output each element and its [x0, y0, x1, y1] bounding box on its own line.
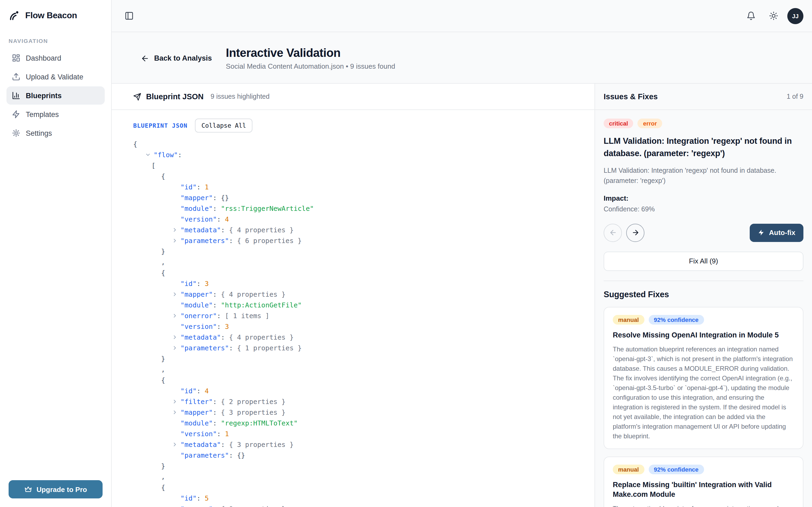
notifications-button[interactable] [742, 7, 759, 24]
json-line: "module": "http:ActionGetFile" [133, 300, 581, 311]
topbar: JJ [112, 0, 812, 32]
app-title: Flow Beacon [25, 11, 77, 20]
json-token: : [221, 226, 229, 234]
sidebar-toggle-button[interactable] [120, 7, 138, 24]
upgrade-label: Upgrade to Pro [37, 485, 87, 493]
json-token: { [161, 484, 165, 492]
blueprint-json-panel: Blueprint JSON 9 issues highlighted BLUE… [112, 84, 595, 507]
chevron-right-icon[interactable] [172, 313, 178, 319]
json-token: : [197, 494, 205, 502]
page-subtitle: Social Media Content Automation.json • 9… [226, 62, 395, 70]
issue-navigation: Auto-fix [604, 224, 803, 242]
json-token: "metadata" [181, 441, 221, 449]
json-line: , [133, 364, 581, 375]
json-token: : [178, 151, 182, 159]
chevron-right-icon[interactable] [172, 292, 178, 297]
json-token: "id" [181, 280, 197, 288]
json-token: { 8 properties } [221, 505, 286, 507]
sidebar-item-dashboard[interactable]: Dashboard [6, 49, 105, 67]
json-line: } [133, 246, 581, 257]
zap-icon [758, 229, 765, 236]
chevron-right-icon[interactable] [172, 345, 178, 351]
json-line[interactable]: "metadata": { 3 properties } [133, 440, 581, 450]
chevron-right-icon[interactable] [172, 227, 178, 233]
json-token: "version" [181, 323, 217, 331]
json-line: "version": 4 [133, 214, 581, 225]
json-line: [ [133, 161, 581, 171]
json-line: "module": "regexp:HTMLToText" [133, 418, 581, 429]
app-logo[interactable]: Flow Beacon [0, 0, 111, 28]
chevron-down-icon[interactable] [145, 152, 151, 158]
upgrade-to-pro-button[interactable]: Upgrade to Pro [9, 480, 103, 498]
json-token: : [213, 398, 221, 406]
collapse-all-button[interactable]: Collapse All [195, 119, 252, 133]
back-to-analysis-button[interactable]: Back to Analysis [141, 54, 212, 62]
json-token: 3 [225, 323, 229, 331]
user-avatar[interactable]: JJ [787, 8, 803, 24]
sidebar-item-upload-validate[interactable]: Upload & Validate [6, 68, 105, 86]
json-line: "id": 3 [133, 279, 581, 289]
json-token: 4 [205, 387, 209, 395]
fix-all-button[interactable]: Fix All (9) [604, 251, 803, 271]
json-line[interactable]: "parameters": { 1 properties } [133, 343, 581, 354]
json-token: [ [151, 162, 155, 170]
json-token: : [221, 333, 229, 341]
json-token: : [217, 312, 225, 320]
json-token: "module" [181, 419, 213, 427]
json-line[interactable]: "onerror": [ 1 items ] [133, 311, 581, 322]
json-token: } [161, 355, 165, 363]
fix-card-description: The automation blueprint references an i… [613, 344, 794, 441]
json-line[interactable]: "metadata": { 4 properties } [133, 332, 581, 343]
json-line[interactable]: "mapper": { 3 properties } [133, 407, 581, 418]
next-issue-button[interactable] [626, 224, 645, 242]
json-line: } [133, 354, 581, 364]
json-line[interactable]: "mapper": { 4 properties } [133, 289, 581, 300]
chevron-right-icon[interactable] [172, 238, 178, 244]
topbar-actions: JJ [742, 7, 803, 24]
json-line[interactable]: "filter": { 2 properties } [133, 397, 581, 407]
json-token: : [229, 344, 237, 352]
previous-issue-button[interactable] [604, 224, 622, 242]
json-line: "id": 1 [133, 182, 581, 193]
json-token: { [133, 140, 137, 148]
send-icon [133, 93, 141, 101]
fix-card-title: Replace Missing 'builtin' Integration wi… [613, 480, 794, 500]
json-token: { 3 properties } [229, 441, 294, 449]
chevron-right-icon[interactable] [172, 410, 178, 415]
json-token: "mapper" [181, 290, 213, 298]
json-token: : [197, 387, 205, 395]
chevron-right-icon[interactable] [172, 335, 178, 340]
theme-toggle-button[interactable] [765, 7, 782, 24]
json-token: [ 1 items ] [225, 312, 269, 320]
auto-fix-button[interactable]: Auto-fix [750, 224, 803, 242]
json-token: { 4 properties } [229, 226, 294, 234]
chevron-right-icon[interactable] [172, 442, 178, 448]
json-token: "parameters" [181, 451, 229, 459]
flow-beacon-logo-icon [9, 10, 20, 21]
json-token: : [213, 408, 221, 416]
suggested-fix-card[interactable]: manual92% confidenceResolve Missing Open… [604, 307, 803, 449]
json-line[interactable]: "flow": [133, 150, 581, 161]
sidebar-item-blueprints[interactable]: Blueprints [6, 87, 105, 105]
json-token: : [229, 451, 237, 459]
auto-fix-label: Auto-fix [769, 229, 795, 237]
json-line[interactable]: "mapper": { 8 properties } [133, 504, 581, 507]
fix-card-title: Resolve Missing OpenAI Integration in Mo… [613, 331, 794, 340]
sidebar-item-settings[interactable]: Settings [6, 124, 105, 142]
json-line: } [133, 461, 581, 472]
json-token: , [161, 365, 165, 374]
sidebar-item-templates[interactable]: Templates [6, 105, 105, 123]
json-line[interactable]: "metadata": { 4 properties } [133, 225, 581, 236]
chevron-right-icon[interactable] [172, 399, 178, 405]
crown-icon [24, 485, 32, 493]
manual-badge: manual [613, 465, 644, 474]
json-line: { [133, 375, 581, 386]
json-token: { 1 properties } [237, 344, 302, 352]
suggested-fix-card[interactable]: manual92% confidenceReplace Missing 'bui… [604, 457, 803, 507]
content-panels: Blueprint JSON 9 issues highlighted BLUE… [112, 83, 812, 507]
json-line[interactable]: "parameters": { 6 properties } [133, 236, 581, 246]
sidebar-nav: DashboardUpload & ValidateBlueprintsTemp… [0, 48, 111, 143]
json-panel-header: Blueprint JSON 9 issues highlighted [112, 84, 595, 110]
sidebar-item-label: Settings [26, 129, 52, 137]
json-token: "metadata" [181, 226, 221, 234]
